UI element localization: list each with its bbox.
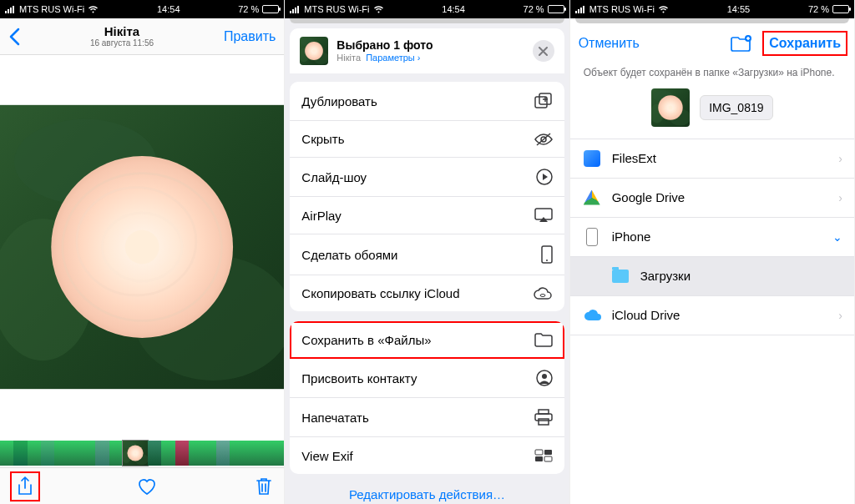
svg-rect-20 <box>535 414 552 421</box>
location-label: Google Drive <box>612 190 829 204</box>
location-icloud-drive[interactable]: iCloud Drive › <box>570 296 854 335</box>
wifi-icon <box>658 5 669 13</box>
exif-icon <box>533 448 553 463</box>
action-label: Дублировать <box>301 94 377 108</box>
action-label: Скопировать ссылку iCloud <box>301 286 459 300</box>
cancel-button[interactable]: Отменить <box>579 36 640 51</box>
action-label: Присвоить контакту <box>301 371 417 386</box>
location-label: iCloud Drive <box>612 308 829 322</box>
phone-1-photos-viewer: MTS RUS Wi-Fi 14:54 72 % Нікіта 16 авгус… <box>0 0 285 504</box>
carrier-label: MTS RUS Wi-Fi <box>304 4 369 14</box>
header-thumbnail <box>300 37 328 65</box>
action-label: AirPlay <box>301 209 341 223</box>
trash-icon <box>255 476 272 496</box>
action-list-b: Сохранить в «Файлы» Присвоить контакту Н… <box>290 321 564 474</box>
wifi-icon <box>373 5 384 13</box>
save-button[interactable]: Сохранить <box>764 33 846 54</box>
origin-name: Нікіта <box>336 53 361 63</box>
contact-name: Нікіта <box>90 25 154 39</box>
chevron-right-icon: › <box>838 152 842 165</box>
carrier-label: MTS RUS Wi-Fi <box>19 4 84 14</box>
svg-point-16 <box>540 294 545 296</box>
action-airplay[interactable]: AirPlay <box>290 197 564 234</box>
new-folder-button[interactable] <box>731 35 752 52</box>
title-block: Нікіта 16 августа 11:56 <box>90 25 154 48</box>
svg-rect-25 <box>544 456 552 461</box>
svg-rect-22 <box>535 450 543 455</box>
location-label: Загрузки <box>640 269 842 283</box>
action-copy-icloud-link[interactable]: Скопировать ссылку iCloud <box>290 275 564 311</box>
status-time: 14:54 <box>442 4 465 14</box>
file-thumbnail <box>651 88 690 127</box>
action-label: Сделать обоями <box>301 248 397 262</box>
location-label: iPhone <box>612 229 822 244</box>
location-downloads[interactable]: Загрузки <box>570 257 854 296</box>
wifi-icon <box>88 5 99 13</box>
photo-main[interactable] <box>0 55 284 439</box>
action-label: Слайд-шоу <box>301 170 367 184</box>
signal-icon <box>575 6 584 13</box>
phone-2-share-sheet: MTS RUS Wi-Fi 14:54 72 % Выбрано 1 фото … <box>285 0 569 504</box>
signal-icon <box>5 6 14 13</box>
action-print[interactable]: Напечатать <box>290 398 564 437</box>
folder-icon <box>533 332 553 347</box>
bottom-toolbar <box>0 467 284 504</box>
action-slideshow[interactable]: Слайд-шоу <box>290 158 564 197</box>
filesext-icon <box>584 150 600 167</box>
back-button[interactable] <box>8 28 20 46</box>
status-bar: MTS RUS Wi-Fi 14:54 72 % <box>0 0 284 18</box>
action-label: View Exif <box>301 449 352 463</box>
play-circle-icon <box>533 169 553 185</box>
location-filesext[interactable]: FilesExt › <box>570 139 854 179</box>
gdrive-icon <box>584 190 600 205</box>
share-icon <box>17 476 33 496</box>
action-assign-contact[interactable]: Присвоить контакту <box>290 359 564 398</box>
chevron-right-icon: › <box>838 191 842 204</box>
share-button[interactable] <box>12 473 38 500</box>
phone-3-save-to-files: MTS RUS Wi-Fi 14:55 72 % Отменить Сохран… <box>570 0 855 504</box>
photo-date: 16 августа 11:56 <box>90 38 154 48</box>
favorite-button[interactable] <box>137 477 157 496</box>
filename-field[interactable]: IMG_0819 <box>700 95 772 120</box>
status-bar: MTS RUS Wi-Fi 14:54 72 % <box>285 0 569 18</box>
person-circle-icon <box>533 370 553 386</box>
status-time: 14:54 <box>157 4 180 14</box>
svg-point-18 <box>542 374 547 379</box>
action-hide[interactable]: Скрыть <box>290 121 564 158</box>
icloud-icon <box>582 305 602 325</box>
action-view-exif[interactable]: View Exif <box>290 437 564 474</box>
svg-rect-23 <box>544 450 552 455</box>
signal-icon <box>290 6 299 13</box>
folder-plus-icon <box>731 35 752 52</box>
cloud-link-icon <box>533 287 553 300</box>
location-google-drive[interactable]: Google Drive › <box>570 179 854 218</box>
close-button[interactable] <box>533 40 554 62</box>
action-wallpaper[interactable]: Сделать обоями <box>290 234 564 275</box>
printer-icon <box>533 409 553 426</box>
battery-icon <box>548 5 564 13</box>
thumbnail-strip[interactable] <box>0 439 284 467</box>
duplicate-icon <box>533 93 553 109</box>
location-iphone[interactable]: iPhone ⌄ <box>570 218 854 257</box>
nav-bar: Нікіта 16 августа 11:56 Править <box>0 18 284 55</box>
action-label: Сохранить в «Файлы» <box>301 333 431 347</box>
selected-count: Выбрано 1 фото <box>336 38 524 53</box>
airplay-icon <box>533 208 553 223</box>
action-label: Скрыть <box>301 132 344 146</box>
edit-button[interactable]: Править <box>224 29 276 44</box>
options-link[interactable]: Параметры <box>366 53 415 63</box>
location-list: FilesExt › Google Drive › iPhone ⌄ Загру… <box>570 139 854 335</box>
folder-icon <box>612 270 629 283</box>
iphone-icon <box>586 228 598 246</box>
delete-button[interactable] <box>255 476 272 496</box>
action-duplicate[interactable]: Дублировать <box>290 82 564 121</box>
battery-percent: 72 % <box>524 4 544 14</box>
location-label: FilesExt <box>612 151 829 165</box>
svg-rect-24 <box>535 456 543 461</box>
battery-icon <box>262 5 279 13</box>
action-save-to-files[interactable]: Сохранить в «Файлы» <box>290 321 564 359</box>
battery-percent: 72 % <box>808 4 829 14</box>
svg-point-15 <box>546 260 548 261</box>
edit-actions-link[interactable]: Редактировать действия… <box>285 474 569 504</box>
share-sheet-header: Выбрано 1 фото Нікіта Параметры › <box>290 28 564 73</box>
